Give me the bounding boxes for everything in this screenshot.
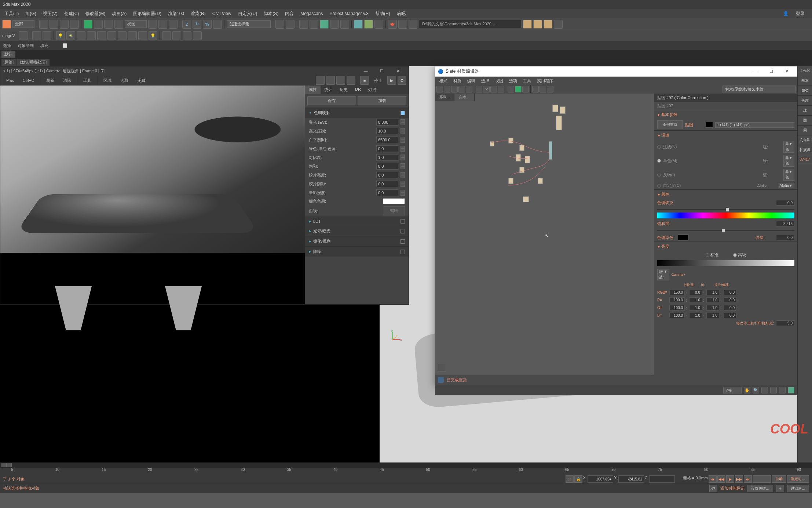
menu-group[interactable]: 组(G) [22,9,39,18]
slate-grid-icon[interactable] [779,387,786,393]
gain-dropdown[interactable]: 增益:▼ [657,269,669,280]
light-dir-icon[interactable] [87,31,96,40]
spin-up[interactable] [400,146,405,149]
menu-content[interactable]: 内容 [282,9,297,18]
select-icon[interactable] [39,20,48,29]
slate-hand-icon[interactable]: ✋ [744,387,750,393]
sat-input[interactable] [776,221,794,226]
hue-input[interactable] [776,200,794,206]
slate-titlebar[interactable]: 🔵 Slate 材质编辑器 — ☐ ✕ [435,66,797,77]
menu-tools[interactable]: 工具(T) [1,9,22,18]
fb-save-button[interactable]: 保存 [307,96,356,105]
isolate-icon[interactable]: ⬚ [566,475,574,483]
fb-stop-icon[interactable]: ■ [360,76,369,85]
light-strip-icon[interactable] [107,31,116,40]
material-node[interactable] [519,145,524,151]
slate-layout-icon[interactable] [508,86,514,92]
slate-nav-icon[interactable] [438,364,446,372]
menu-view[interactable]: 视图(V) [40,9,61,18]
coord-x[interactable] [588,475,613,483]
slate-minimize-button[interactable]: — [748,67,764,76]
vp-label-tab-2[interactable]: [默认明暗处理] [17,59,50,66]
folder2-icon[interactable] [533,20,542,29]
slate-graph-view[interactable]: 系0/… 实木… [435,94,654,375]
vp-label-tab-1[interactable]: 标签] [1,59,17,66]
sel-rect-icon[interactable] [162,31,171,40]
spin-down[interactable] [400,122,405,125]
highlight-input[interactable] [376,128,398,134]
menu-animation[interactable]: 动画(A) [109,9,129,18]
radio-custom[interactable] [657,184,661,188]
whitebal-input[interactable] [376,137,398,143]
denoise-checkbox[interactable] [400,250,405,254]
selection-filter[interactable]: 全部 [12,20,34,28]
slate-menu-mode[interactable]: 模式 [436,77,450,85]
fb-chan2-icon[interactable] [326,76,335,85]
slate-menu-util[interactable]: 实用程序 [534,77,556,85]
timeline[interactable]: 5 10 15 20 25 30 35 40 45 50 55 60 65 70… [0,468,812,475]
spin-down[interactable] [400,166,405,169]
sec-color[interactable]: 颜色 [654,189,797,199]
cmd-tab-workspace[interactable]: 工作区 [798,66,812,76]
slate-zoom-icon[interactable]: 🔍 [753,387,759,393]
fb-tab-props[interactable]: 属性 [305,86,321,94]
default-tab[interactable]: 默认 [1,51,15,58]
autokey-button[interactable]: 自动 [772,475,786,483]
sel-grid-icon[interactable] [183,31,191,40]
spin-down[interactable] [400,131,405,134]
scale-icon[interactable] [104,20,113,29]
cmd-tab-basic[interactable]: 基本 [798,76,812,86]
goto-end-icon[interactable]: ⏭ [744,475,752,483]
mirror-icon[interactable] [275,20,284,29]
slate-view-tab-1[interactable]: 系0/… [435,94,454,101]
fb-ctrlc-btn[interactable]: Ctrl+C [19,77,38,84]
pivot-icon[interactable] [148,20,157,29]
vignette-input[interactable] [376,189,398,196]
sub-fill[interactable]: 填充 [40,43,48,48]
slate-menu-select[interactable]: 选择 [478,77,492,85]
slate-material-dropdown[interactable]: 实木/显纹木/擦久木纹 [723,86,796,93]
slate-tb-icon[interactable] [522,86,529,92]
fb-titlebar[interactable]: x 1) | 974×548px (1:1) | Camera: 透视视角 | … [0,66,409,75]
strength-input[interactable] [776,235,794,240]
rgb-gamma[interactable] [689,290,702,295]
b-pivot[interactable] [706,313,719,318]
tint-swatch[interactable] [678,235,689,240]
spin-down[interactable] [400,175,405,178]
slate-tb-icon[interactable] [458,86,465,92]
light-sun-icon[interactable]: ☀ [66,31,75,40]
contrast-input[interactable] [376,154,398,161]
fb-beautify-btn[interactable]: 美颜 [133,77,149,84]
slate-tb-icon[interactable] [490,86,497,92]
sat-input[interactable] [376,163,398,170]
slate-zoom[interactable]: 7% [723,387,742,393]
corona-icon[interactable] [2,20,11,29]
sub-select[interactable]: 选择 [3,43,11,48]
menu-customize[interactable]: 自定义(U) [235,9,260,18]
menu-scripting[interactable]: 脚本(S) [261,9,281,18]
menu-civilview[interactable]: Civil View [209,10,234,18]
spin-up[interactable] [400,119,405,122]
slate-close-button[interactable]: ✕ [779,67,794,76]
g-gamma[interactable] [689,305,702,311]
fb-refresh-btn[interactable]: 刷新 [43,77,58,84]
spin-up[interactable] [400,163,405,166]
slate-tb-icon[interactable] [444,86,450,92]
viewport-bottom[interactable] [0,305,380,462]
tint-input[interactable] [376,145,398,152]
sub-toggle-icon[interactable]: ⬜ [62,43,67,48]
map-swatch[interactable] [706,122,713,128]
cmd-tab-quad[interactable]: 四 [798,126,812,135]
r-lift[interactable] [724,297,736,303]
slate-fitall-icon[interactable] [770,387,777,393]
rgb-lift[interactable] [724,290,736,295]
sharpen-checkbox[interactable] [400,239,405,244]
gear-icon[interactable] [554,20,563,29]
fb-chan-icon[interactable] [316,76,325,85]
coord-y[interactable] [618,475,644,483]
fb-chan3-icon[interactable] [336,76,345,85]
named-sel-sets[interactable]: 创建选择集 [227,20,271,28]
reset-all-button[interactable]: 全部重置 [657,120,683,129]
slate-menu-edit[interactable]: 编辑 [464,77,478,85]
slate-delete-icon[interactable]: ✕ [483,86,490,92]
